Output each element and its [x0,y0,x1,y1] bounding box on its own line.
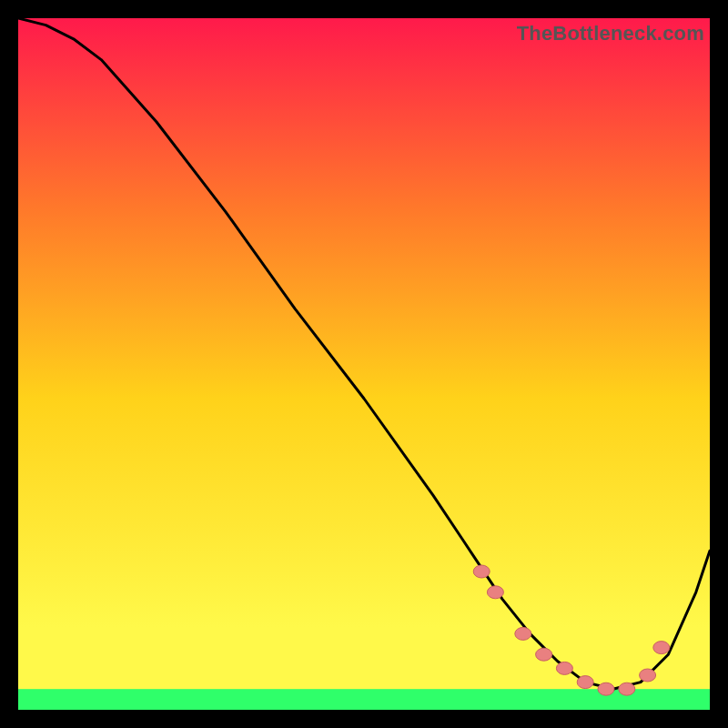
marker-point [653,642,670,654]
marker-point [473,565,490,578]
marker-point [556,662,572,674]
chart-plot [18,18,710,710]
gradient-background [18,18,710,710]
marker-point [577,676,593,689]
marker-point [487,586,503,599]
marker-point [515,627,531,640]
watermark-label: TheBottleneck.com [517,22,704,46]
marker-point [619,682,635,695]
marker-point [640,669,656,682]
marker-point [598,682,614,695]
marker-point [536,648,552,661]
chart-frame: TheBottleneck.com [18,18,710,710]
